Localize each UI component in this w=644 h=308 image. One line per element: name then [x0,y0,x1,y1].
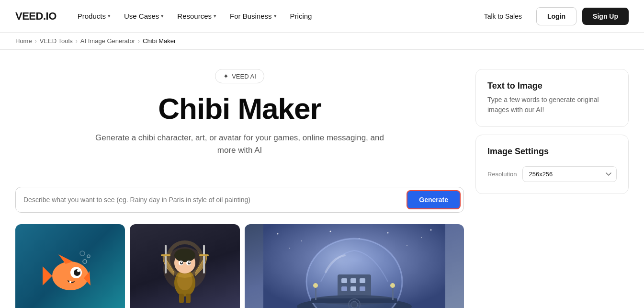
text-to-image-description: Type a few words to generate original im… [487,95,617,115]
svg-marker-1 [43,266,52,285]
left-column: ✦ VEED AI Chibi Maker Generate a chibi c… [15,50,464,308]
login-button[interactable]: Login [536,7,576,25]
svg-point-21 [188,262,190,263]
svg-point-51 [313,283,318,288]
nav-label-use-cases: Use Cases [124,12,159,20]
svg-point-0 [52,262,89,290]
talk-to-sales-button[interactable]: Talk to Sales [475,8,531,25]
nav-item-resources[interactable]: Resources ▾ [171,8,222,24]
warrior-chibi-art [130,224,239,308]
svg-point-6 [77,269,80,272]
image-dome [245,224,464,308]
svg-point-34 [387,232,388,234]
image-fish [15,224,125,308]
svg-point-53 [390,283,395,288]
resolution-label: Resolution [487,171,517,178]
chevron-down-icon: ▾ [274,13,277,19]
right-column: Text to Image Type a few words to genera… [475,50,629,308]
signup-button[interactable]: Sign Up [582,8,629,25]
image-grid [15,224,464,308]
svg-point-35 [421,237,422,238]
nav-item-products[interactable]: Products ▾ [72,8,116,24]
svg-rect-27 [179,294,184,303]
nav-actions: Talk to Sales Login Sign Up [475,7,629,25]
svg-rect-43 [350,278,356,283]
text-to-image-title: Text to Image [487,81,617,91]
svg-point-31 [301,240,302,241]
sparkle-icon: ✦ [223,72,229,80]
svg-rect-42 [341,278,347,283]
nav-item-use-cases[interactable]: Use Cases ▾ [118,8,169,24]
nav-label-for-business: For Business [230,12,272,20]
svg-point-55 [351,301,358,308]
svg-rect-45 [341,286,347,291]
breadcrumb-home[interactable]: Home [15,37,32,45]
svg-point-9 [87,255,90,258]
svg-point-37 [289,248,290,249]
chevron-down-icon: ▾ [161,13,164,19]
breadcrumb: Home › VEED Tools › AI Image Generator ›… [0,33,644,50]
breadcrumb-separator: › [35,38,37,45]
text-to-image-card: Text to Image Type a few words to genera… [475,69,629,127]
generate-input[interactable] [23,196,403,204]
nav-item-pricing[interactable]: Pricing [284,8,318,24]
breadcrumb-separator: › [76,38,78,45]
chevron-down-icon: ▾ [214,13,216,19]
svg-rect-46 [350,286,356,291]
settings-resolution-row: Resolution 256x256 512x512 1024x1024 [487,166,617,182]
nav-item-for-business[interactable]: For Business ▾ [224,8,282,24]
image-warrior [130,224,239,308]
svg-point-8 [83,260,87,263]
resolution-select[interactable]: 256x256 512x512 1024x1024 [522,166,617,182]
svg-point-15 [174,249,195,262]
nav-links: Products ▾ Use Cases ▾ Resources ▾ For B… [72,8,472,24]
breadcrumb-ai-image-generator[interactable]: AI Image Generator [80,37,135,45]
page-title: Chibi Maker [15,93,464,124]
breadcrumb-veed-tools[interactable]: VEED Tools [40,37,73,45]
breadcrumb-current: Chibi Maker [143,37,176,45]
logo[interactable]: VEED.IO [15,10,56,23]
fish-chibi-art [15,224,125,308]
veed-ai-badge: ✦ VEED AI [215,69,264,83]
dome-svg [263,224,445,308]
svg-rect-52 [392,286,394,300]
hero-section: ✦ VEED AI Chibi Maker Generate a chibi c… [15,50,464,187]
nav-label-pricing: Pricing [290,12,312,20]
badge-label: VEED AI [232,73,256,80]
navbar: VEED.IO Products ▾ Use Cases ▾ Resources… [0,0,644,33]
generate-bar: Generate [15,187,464,213]
chevron-down-icon: ▾ [108,13,111,19]
image-settings-card: Image Settings Resolution 256x256 512x51… [475,135,629,194]
svg-point-38 [407,245,407,246]
svg-point-32 [329,231,331,232]
svg-point-30 [277,233,278,235]
svg-rect-7 [69,281,71,283]
fish-svg [42,235,99,302]
main-container: ✦ VEED AI Chibi Maker Generate a chibi c… [0,50,644,308]
hero-subtitle: Generate a chibi character, art, or avat… [91,132,388,156]
svg-rect-47 [360,286,365,291]
nav-label-products: Products [78,12,106,20]
svg-rect-44 [360,278,365,283]
image-settings-title: Image Settings [487,147,617,157]
generate-button[interactable]: Generate [407,190,461,209]
warrior-svg [156,230,214,307]
breadcrumb-separator: › [138,38,140,45]
svg-point-10 [80,251,85,256]
svg-rect-28 [186,294,191,303]
svg-point-36 [430,229,431,231]
dome-chibi-art [245,224,464,308]
svg-point-20 [181,262,182,263]
nav-label-resources: Resources [177,12,212,20]
svg-rect-50 [315,286,316,300]
